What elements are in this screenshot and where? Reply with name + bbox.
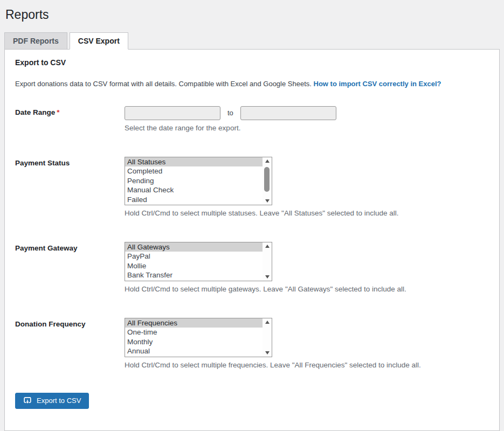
payment-gateway-help: Hold Ctrl/Cmd to select multiple gateway… — [125, 285, 406, 293]
donation-frequency-label: Donation Frequency — [15, 318, 125, 328]
payment-gateway-listbox[interactable]: All Gateways PayPal Mollie Bank Transfer — [125, 242, 272, 281]
donation-frequency-row: Donation Frequency All Frequencies One-t… — [15, 318, 488, 369]
download-icon — [23, 397, 32, 405]
scroll-down-icon[interactable] — [265, 351, 270, 354]
payment-status-listbox[interactable]: All Statuses Completed Pending Manual Ch… — [125, 157, 272, 205]
date-start-input[interactable] — [125, 106, 220, 120]
option-manual-check[interactable]: Manual Check — [125, 185, 263, 195]
option-mollie[interactable]: Mollie — [125, 261, 263, 271]
csv-export-panel: Export to CSV Export donations data to C… — [4, 49, 500, 431]
scrollbar-thumb[interactable] — [264, 167, 270, 192]
scroll-up-icon[interactable] — [265, 321, 270, 324]
option-failed[interactable]: Failed — [125, 195, 263, 205]
payment-status-help: Hold Ctrl/Cmd to select multiple statuse… — [125, 209, 399, 217]
option-annual[interactable]: Annual — [125, 346, 263, 356]
option-all-gateways[interactable]: All Gateways — [125, 242, 263, 252]
payment-status-fields: All Statuses Completed Pending Manual Ch… — [125, 157, 399, 217]
option-monthly[interactable]: Monthly — [125, 337, 263, 347]
tab-csv-export[interactable]: CSV Export — [70, 32, 128, 50]
page-title: Reports — [0, 0, 504, 23]
scroll-up-icon[interactable] — [265, 245, 270, 248]
option-bank-transfer[interactable]: Bank Transfer — [125, 270, 263, 280]
payment-status-options: All Statuses Completed Pending Manual Ch… — [125, 157, 263, 205]
payment-gateway-scrollbar[interactable] — [263, 242, 272, 281]
scroll-up-icon[interactable] — [265, 159, 270, 163]
payment-gateway-label: Payment Gateway — [15, 242, 125, 252]
csv-import-help-link[interactable]: How to import CSV correctly in Excel? — [314, 80, 441, 88]
option-all-statuses[interactable]: All Statuses — [125, 157, 263, 167]
option-all-frequencies[interactable]: All Frequencies — [125, 318, 263, 328]
required-asterisk: * — [55, 108, 59, 116]
panel-description: Export donations data to CSV format with… — [15, 80, 488, 88]
option-completed[interactable]: Completed — [125, 166, 263, 176]
date-separator: to — [227, 109, 233, 117]
date-end-input[interactable] — [240, 106, 336, 120]
date-range-label: Date Range* — [15, 106, 125, 116]
option-paypal[interactable]: PayPal — [125, 252, 263, 261]
donation-frequency-help: Hold Ctrl/Cmd to select multiple frequen… — [125, 361, 421, 369]
payment-gateway-fields: All Gateways PayPal Mollie Bank Transfer… — [125, 242, 406, 293]
tab-pdf-reports[interactable]: PDF Reports — [4, 32, 67, 50]
export-button-label: Export to CSV — [37, 397, 81, 405]
tab-bar: PDF Reports CSV Export — [4, 32, 500, 50]
donation-frequency-listbox[interactable]: All Frequencies One-time Monthly Annual — [125, 318, 272, 357]
export-to-csv-button[interactable]: Export to CSV — [15, 393, 89, 409]
panel-heading: Export to CSV — [15, 58, 488, 67]
donation-frequency-options: All Frequencies One-time Monthly Annual — [125, 318, 263, 357]
description-text: Export donations data to CSV format with… — [15, 80, 312, 88]
payment-gateway-row: Payment Gateway All Gateways PayPal Moll… — [15, 242, 488, 293]
option-pending[interactable]: Pending — [125, 176, 263, 186]
donation-frequency-fields: All Frequencies One-time Monthly Annual … — [125, 318, 421, 369]
scroll-down-icon[interactable] — [265, 275, 270, 279]
payment-status-row: Payment Status All Statuses Completed Pe… — [15, 157, 488, 217]
payment-gateway-options: All Gateways PayPal Mollie Bank Transfer — [125, 242, 263, 281]
option-one-time[interactable]: One-time — [125, 328, 263, 337]
date-range-row: Date Range* to Select the date range for… — [15, 106, 488, 132]
payment-status-scrollbar[interactable] — [263, 157, 272, 205]
date-range-help: Select the date range for the export. — [125, 124, 336, 132]
scroll-down-icon[interactable] — [265, 199, 270, 203]
donation-frequency-scrollbar[interactable] — [263, 318, 272, 357]
date-range-fields: to Select the date range for the export. — [125, 106, 336, 132]
payment-status-label: Payment Status — [15, 157, 125, 167]
